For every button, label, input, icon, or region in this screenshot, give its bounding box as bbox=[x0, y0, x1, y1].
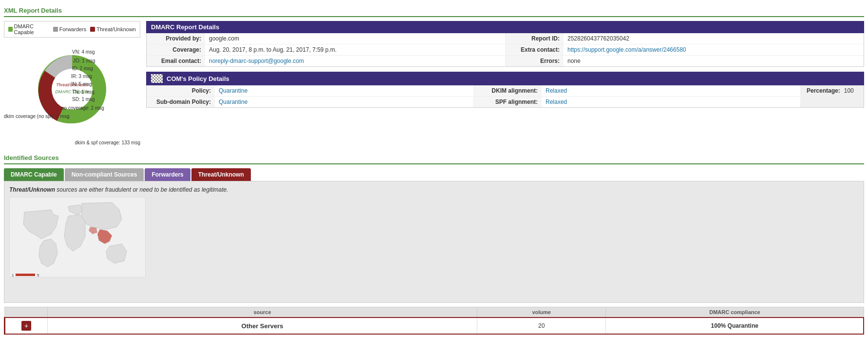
percentage-spacer bbox=[800, 97, 864, 107]
table-cell-action: + bbox=[5, 317, 48, 334]
dmarc-report-section: DMARC Report Details Provided by: google… bbox=[146, 21, 864, 67]
policy-label: Policy: bbox=[147, 85, 215, 96]
th-source: source bbox=[48, 307, 477, 318]
asia bbox=[82, 202, 122, 229]
provided-by-label: Provided by: bbox=[147, 33, 205, 44]
report-id-label: Report ID: bbox=[505, 33, 564, 44]
th-volume: volume bbox=[477, 307, 606, 318]
dkim-value: Relaxed bbox=[542, 85, 800, 96]
coverage-value: Aug. 20, 2017, 8 p.m. to Aug. 21, 2017, … bbox=[205, 44, 505, 55]
india-highlight bbox=[89, 227, 97, 234]
sources-table: source volume DMARC compliance + Other S… bbox=[4, 307, 864, 335]
dmarc-capable-dot bbox=[8, 27, 13, 32]
sources-tabs: DMARC Capable Non-compliant Sources Forw… bbox=[4, 168, 864, 181]
table-cell-compliance: 100% Quarantine bbox=[606, 317, 864, 334]
chart-legend: DMARC Capable Forwarders Threat/Unknown bbox=[4, 21, 140, 38]
map-svg: 1 5 bbox=[10, 198, 146, 278]
threat-dot bbox=[90, 27, 95, 32]
dmarc-row-email: Email contact: noreply-dmarc-support@goo… bbox=[147, 56, 864, 66]
africa bbox=[64, 215, 85, 251]
table-row: + Other Servers 20 100% Quarantine bbox=[5, 317, 864, 334]
expand-row-button[interactable]: + bbox=[21, 321, 31, 331]
tab-non-compliant[interactable]: Non-compliant Sources bbox=[65, 168, 144, 181]
map-scale-1: 1 bbox=[12, 273, 14, 278]
table-cell-volume: 20 bbox=[477, 317, 606, 334]
pie-chart-svg: Threat/Unknown DMARC Capable bbox=[23, 40, 121, 138]
errors-label: Errors: bbox=[505, 56, 564, 66]
percentage-cell: Percentage: 100 bbox=[800, 85, 864, 96]
chart-area: DMARC Capable Forwarders Threat/Unknown bbox=[4, 21, 140, 145]
tab-dmarc-capable[interactable]: DMARC Capable bbox=[4, 168, 64, 181]
policy-section: COM's Policy Details Policy: Quarantine … bbox=[146, 72, 864, 108]
th-dmarc-compliance: DMARC compliance bbox=[606, 307, 864, 318]
chart-bottom: dkim & spf coverage: 133 msg bbox=[4, 140, 140, 145]
policy-row-1: Policy: Quarantine DKIM alignment: Relax… bbox=[147, 85, 864, 97]
table-header-row: source volume DMARC compliance bbox=[5, 307, 864, 318]
percentage-label: Percentage: bbox=[807, 87, 840, 94]
sub-domain-label: Sub-domain Policy: bbox=[147, 97, 215, 107]
north-america bbox=[23, 210, 58, 239]
sources-body: 1 5 bbox=[9, 197, 859, 278]
threat-unknown-bold: Threat/Unknown bbox=[9, 186, 55, 193]
australia bbox=[106, 244, 127, 263]
map-scale-bar bbox=[16, 274, 35, 276]
center-label-threat: Threat/Unknown bbox=[56, 82, 88, 87]
dmarc-report-grid: Provided by: google.com Report ID: 25282… bbox=[146, 33, 864, 67]
map-scale-5: 5 bbox=[37, 273, 39, 278]
legend-forwarders-label: Forwarders bbox=[59, 26, 87, 32]
coverage-label: Coverage: bbox=[147, 44, 205, 55]
legend-threat: Threat/Unknown bbox=[90, 26, 136, 32]
report-id-value: 2528260437762035042 bbox=[564, 33, 864, 44]
sub-domain-value: Quarantine bbox=[215, 97, 473, 107]
tab-forwarders[interactable]: Forwarders bbox=[145, 168, 190, 181]
spf-label: SPF alignment: bbox=[473, 97, 542, 107]
legend-dmarc-label: DMARC Capable bbox=[14, 23, 49, 35]
sources-description-text: sources are either fraudulent or need to… bbox=[57, 186, 228, 193]
dmarc-row-provided-by: Provided by: google.com Report ID: 25282… bbox=[147, 33, 864, 44]
dkim-label: DKIM alignment: bbox=[473, 85, 542, 96]
identified-sources-section: Identified Sources DMARC Capable Non-com… bbox=[4, 154, 864, 335]
email-contact-value[interactable]: noreply-dmarc-support@google.com bbox=[205, 56, 505, 66]
world-map: 1 5 bbox=[9, 197, 146, 278]
xml-report-title: XML Report Details bbox=[4, 7, 864, 17]
th-action bbox=[5, 307, 48, 318]
southeast-asia-highlight bbox=[97, 229, 112, 244]
identified-sources-title: Identified Sources bbox=[4, 154, 864, 164]
errors-value: none bbox=[564, 56, 864, 66]
pie-chart-container: Threat/Unknown DMARC Capable VN: 4 msg J… bbox=[4, 40, 140, 138]
dmarc-details-panel: DMARC Report Details Provided by: google… bbox=[146, 21, 864, 145]
policy-grid: Policy: Quarantine DKIM alignment: Relax… bbox=[146, 85, 864, 108]
policy-header: COM's Policy Details bbox=[146, 72, 864, 85]
extra-contact-value[interactable]: https://support.google.com/a/answer/2466… bbox=[564, 44, 864, 55]
center-label-dmarc: DMARC Capable bbox=[55, 89, 89, 94]
legend-forwarders: Forwarders bbox=[53, 26, 87, 32]
chart-dkim-spf-label: dkim & spf coverage: 133 msg bbox=[75, 140, 140, 145]
sources-description: Threat/Unknown sources are either fraudu… bbox=[9, 186, 859, 193]
policy-row-2: Sub-domain Policy: Quarantine SPF alignm… bbox=[147, 97, 864, 107]
provided-by-value: google.com bbox=[205, 33, 505, 44]
dmarc-row-coverage: Coverage: Aug. 20, 2017, 8 p.m. to Aug. … bbox=[147, 44, 864, 56]
policy-value: Quarantine bbox=[215, 85, 473, 96]
legend-dmarc-capable: DMARC Capable bbox=[8, 23, 49, 35]
extra-contact-label: Extra contact: bbox=[505, 44, 564, 55]
email-contact-label: Email contact: bbox=[147, 56, 205, 66]
table-cell-source: Other Servers bbox=[48, 317, 477, 334]
south-america bbox=[39, 239, 57, 267]
spf-value: Relaxed bbox=[542, 97, 800, 107]
legend-threat-label: Threat/Unknown bbox=[96, 26, 136, 32]
europe bbox=[68, 205, 83, 215]
policy-header-title: COM's Policy Details bbox=[167, 75, 229, 82]
percentage-value: 100 bbox=[844, 87, 854, 94]
dmarc-report-header: DMARC Report Details bbox=[146, 21, 864, 33]
sources-tab-content: Threat/Unknown sources are either fraudu… bbox=[4, 181, 864, 303]
checker-pattern bbox=[151, 74, 163, 83]
forwarders-dot bbox=[53, 27, 58, 32]
tab-threat-unknown[interactable]: Threat/Unknown bbox=[191, 168, 251, 181]
